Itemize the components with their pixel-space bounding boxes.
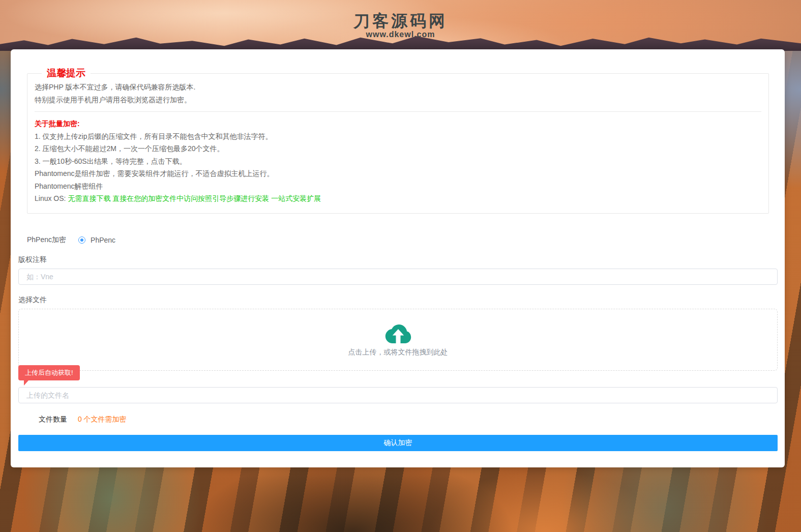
encrypt-type-row: PhPenc加密 PhPenc <box>27 235 778 245</box>
site-logo: 刀客源码网 www.dkewl.com <box>0 12 801 40</box>
notice-title: 温馨提示 <box>42 67 91 80</box>
uploaded-filename-input[interactable] <box>18 387 778 403</box>
phpenc-radio[interactable] <box>78 237 85 244</box>
file-select-label: 选择文件 <box>18 295 778 305</box>
batch-rule-line: Phantomenc是组件加密，需要安装组件才能运行，不适合虚拟主机上运行。 <box>35 167 761 180</box>
radio-checked-dot <box>80 239 83 242</box>
batch-rule-line: 2. 压缩包大小不能超过2M，一次一个压缩包最多20个文件。 <box>35 142 761 155</box>
auto-fetch-tooltip-text: 上传后自动获取! <box>25 369 73 376</box>
notice-divider <box>35 111 761 112</box>
auto-fetch-tooltip: 上传后自动获取! <box>18 365 80 380</box>
encrypt-type-label: PhPenc加密 <box>27 235 66 245</box>
batch-rule-line: Phantomenc解密组件 <box>35 180 761 193</box>
confirm-encrypt-button[interactable]: 确认加密 <box>18 435 778 451</box>
linux-os-line: Linux OS: 无需直接下载 直接在您的加密文件中访问按照引导步骤进行安装 … <box>35 192 761 205</box>
copyright-label: 版权注释 <box>18 255 778 264</box>
batch-rule-line: 3. 一般10秒-60S出结果，等待完整，点击下载。 <box>35 155 761 168</box>
batch-encrypt-title: 关于批量加密: <box>35 117 761 130</box>
upload-dropzone[interactable]: 点击上传，或将文件拖拽到此处 <box>18 309 778 371</box>
file-count-label: 文件数量 <box>39 415 67 423</box>
site-logo-subtitle: www.dkewl.com <box>0 29 801 40</box>
copyright-group: 版权注释 <box>18 255 778 285</box>
upload-hint-text: 点击上传，或将文件拖拽到此处 <box>348 348 448 357</box>
upload-section: 点击上传，或将文件拖拽到此处 上传后自动获取! <box>18 309 778 403</box>
site-logo-title: 刀客源码网 <box>0 12 801 29</box>
notice-line: 选择PHP 版本不宜过多，请确保代码兼容所选版本. <box>35 81 761 94</box>
main-card: 温馨提示 选择PHP 版本不宜过多，请确保代码兼容所选版本. 特别提示使用手机用… <box>11 49 785 467</box>
notice-panel: 温馨提示 选择PHP 版本不宜过多，请确保代码兼容所选版本. 特别提示使用手机用… <box>27 67 769 214</box>
file-select-group: 选择文件 点击上传，或将文件拖拽到此处 上传后自动获取! <box>18 295 778 403</box>
phpenc-radio-label[interactable]: PhPenc <box>91 236 115 244</box>
notice-line: 特别提示使用手机用户请用谷歌浏览器进行加密。 <box>35 94 761 106</box>
batch-rule-line: 1. 仅支持上传zip后缀的压缩文件，所有目录不能包含中文和其他非法字符。 <box>35 130 761 143</box>
install-guide-link[interactable]: 无需直接下载 直接在您的加密文件中访问按照引导步骤进行安装 一站式安装扩展 <box>68 194 321 202</box>
cloud-upload-icon <box>384 322 412 345</box>
tooltip-arrow <box>24 380 28 386</box>
copyright-input[interactable] <box>18 269 778 285</box>
file-count-value: 0 个文件需加密 <box>78 415 127 423</box>
file-count-row: 文件数量 0 个文件需加密 <box>18 415 778 424</box>
linux-os-prefix: Linux OS: <box>35 194 68 202</box>
